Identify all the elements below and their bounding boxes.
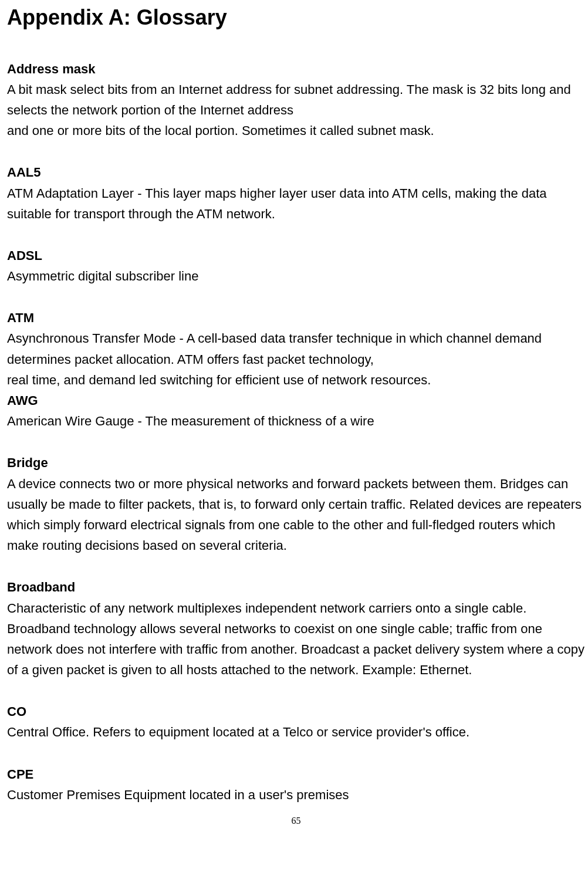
spacer — [7, 680, 585, 701]
glossary-definition: A bit mask select bits from an Internet … — [7, 79, 585, 120]
spacer — [7, 286, 585, 307]
glossary-term: ATM — [7, 307, 585, 328]
glossary-definition: Asymmetric digital subscriber line — [7, 266, 585, 286]
glossary-definition: American Wire Gauge - The measurement of… — [7, 411, 585, 431]
page-title: Appendix A: Glossary — [7, 6, 585, 29]
glossary-definition: A device connects two or more physical n… — [7, 474, 585, 556]
spacer — [7, 224, 585, 245]
page-number: 65 — [7, 816, 585, 826]
glossary-term: AWG — [7, 390, 585, 411]
glossary-definition: and one or more bits of the local portio… — [7, 120, 585, 141]
glossary-definition: real time, and demand led switching for … — [7, 370, 585, 390]
spacer — [7, 743, 585, 764]
glossary-definition: Central Office. Refers to equipment loca… — [7, 722, 585, 742]
spacer — [7, 431, 585, 452]
glossary-term: Address mask — [7, 59, 585, 79]
glossary-definition: Characteristic of any network multiplexe… — [7, 598, 585, 681]
glossary-entries: Address maskA bit mask select bits from … — [7, 59, 585, 805]
glossary-term: CPE — [7, 764, 585, 785]
glossary-definition: Asynchronous Transfer Mode - A cell-base… — [7, 328, 585, 369]
glossary-term: Bridge — [7, 452, 585, 473]
glossary-definition: ATM Adaptation Layer - This layer maps h… — [7, 183, 585, 224]
glossary-term: ADSL — [7, 245, 585, 266]
glossary-term: CO — [7, 701, 585, 722]
spacer — [7, 141, 585, 162]
glossary-term: Broadband — [7, 577, 585, 597]
glossary-definition: Customer Premises Equipment located in a… — [7, 785, 585, 805]
glossary-term: AAL5 — [7, 162, 585, 182]
spacer — [7, 556, 585, 577]
